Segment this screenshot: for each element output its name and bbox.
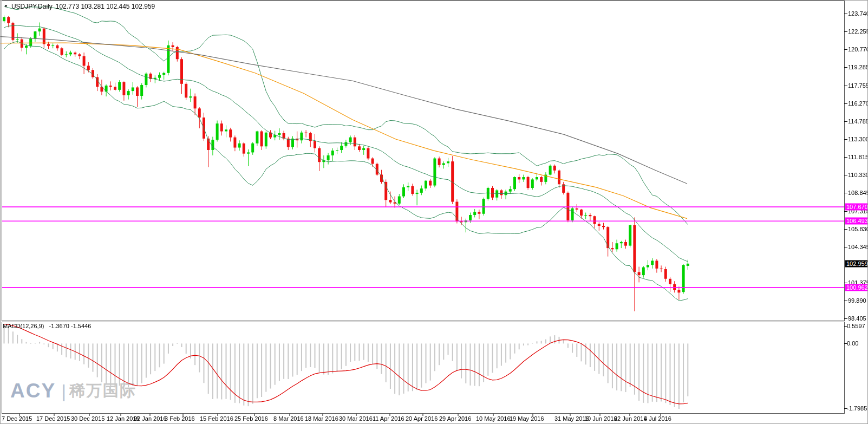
price-axis-tick-label: 108.845 (848, 190, 868, 196)
date-axis-label: 17 Dec 2015 (36, 415, 70, 422)
price-axis-tick-label: 104.345 (848, 244, 868, 250)
price-axis-tick-label: 120.770 (848, 46, 868, 53)
macd-name-label: MACD(12,26,9) (3, 323, 44, 329)
chart-title: ▼ USDJPY,Daily 102.773 103.281 102.445 1… (4, 3, 155, 10)
date-axis-label: 25 Feb 2016 (234, 415, 268, 422)
date-axis-label: 8 Mar 2016 (273, 415, 304, 422)
level-price-tag: 100.962 (845, 284, 868, 291)
date-axis-label: 30 Mar 2016 (339, 415, 373, 422)
ohlc-values-label: 102.773 103.281 102.445 102.959 (56, 3, 155, 10)
date-axis-label: 29 Apr 2016 (439, 415, 471, 422)
date-axis-label: 11 Apr 2016 (373, 415, 404, 422)
price-axis-tick-label: 123.740 (848, 10, 868, 17)
date-axis-label: 4 Jul 2016 (644, 415, 671, 422)
price-axis-tick-label: 105.830 (848, 226, 868, 232)
price-axis-tick-label: 98.405 (848, 315, 866, 322)
symbol-timeframe-label: USDJPY,Daily (11, 3, 53, 10)
macd-axis-tick-label: -1.7985 (847, 405, 867, 412)
level-price-tag: 106.493 (845, 218, 868, 225)
date-axis-label: 7 Dec 2015 (2, 415, 32, 422)
price-axis-tick-label: 122.255 (848, 28, 868, 35)
date-axis-label: 10 May 2016 (476, 415, 511, 422)
price-axis-tick-label: 114.785 (848, 118, 868, 125)
date-axis-label: 22 Jun 2016 (614, 415, 647, 422)
date-axis-label: 19 May 2016 (510, 415, 544, 422)
price-axis-tick-label: 99.890 (848, 297, 866, 304)
date-axis-label: 10 Jun 2016 (584, 415, 617, 422)
macd-axis-tick-label: 0.00 (847, 340, 858, 347)
macd-indicator-label: MACD(12,26,9) -1.3670 -1.5446 (3, 323, 91, 329)
level-price-tag: 107.670 (845, 204, 868, 211)
price-axis-tick-label: 117.755 (848, 82, 868, 89)
price-axis-tick-label: 119.285 (848, 64, 868, 70)
date-axis-label: 30 Dec 2015 (71, 415, 105, 422)
macd-axis-tick-label: 0.5597 (847, 323, 865, 329)
price-axis-tick-label: 113.300 (848, 136, 868, 142)
macd-values-label: -1.3670 -1.5446 (49, 323, 92, 329)
date-axis-label: 15 Feb 2016 (200, 415, 233, 422)
date-axis-label: 3 Feb 2016 (165, 415, 195, 422)
date-axis-label: 20 Apr 2016 (406, 415, 438, 422)
current-price-tag: 102.959 (845, 260, 868, 267)
date-axis-label: 22 Jan 2016 (134, 415, 167, 422)
trading-chart-window: ACY | 稀万国际 ▼ USDJPY,Daily 102.773 103.28… (0, 0, 868, 424)
price-axis-tick-label: 116.270 (848, 100, 868, 107)
price-axis-tick-label: 111.815 (848, 154, 868, 160)
chart-dropdown-icon[interactable]: ▼ (4, 4, 8, 9)
date-axis-label: 18 Mar 2016 (305, 415, 338, 422)
price-axis-tick-label: 110.330 (848, 172, 868, 178)
price-chart-canvas[interactable] (1, 1, 868, 424)
